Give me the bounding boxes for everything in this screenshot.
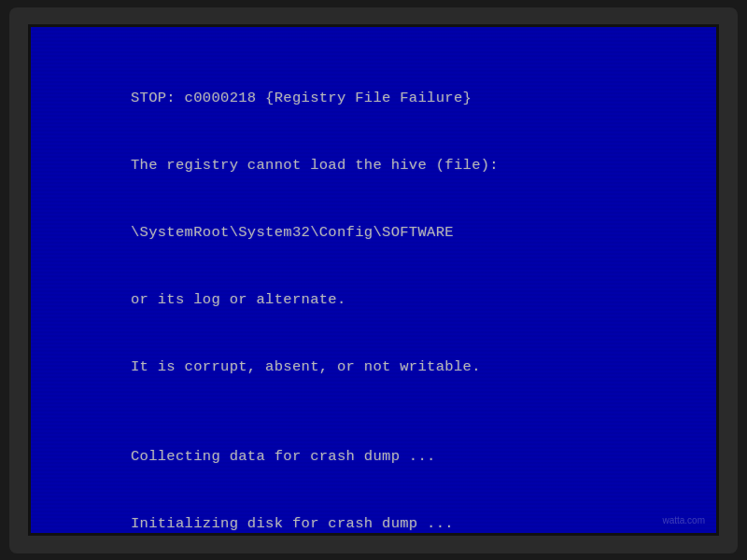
monitor: STOP: c0000218 {Registry File Failure} T… [9, 7, 738, 553]
initializing-line: Initializing disk for crash dump ... [131, 515, 454, 532]
watermark: watta.com [662, 515, 705, 525]
stop-line: STOP: c0000218 {Registry File Failure} [131, 90, 472, 106]
bsod-dump-block: Collecting data for crash dump ... Initi… [59, 423, 688, 536]
path-line: \SystemRoot\System32\Config\SOFTWARE [131, 224, 454, 241]
corrupt-line: It is corrupt, absent, or not writable. [131, 358, 481, 375]
bsod-screen: STOP: c0000218 {Registry File Failure} T… [28, 24, 719, 536]
collecting-line: Collecting data for crash dump ... [131, 448, 436, 465]
bsod-error-block: STOP: c0000218 {Registry File Failure} T… [59, 64, 688, 400]
bsod-content: STOP: c0000218 {Registry File Failure} T… [59, 64, 688, 505]
gap-spacer [59, 400, 688, 423]
alternate-line: or its log or alternate. [131, 291, 346, 308]
registry-line: The registry cannot load the hive (file)… [131, 157, 499, 174]
